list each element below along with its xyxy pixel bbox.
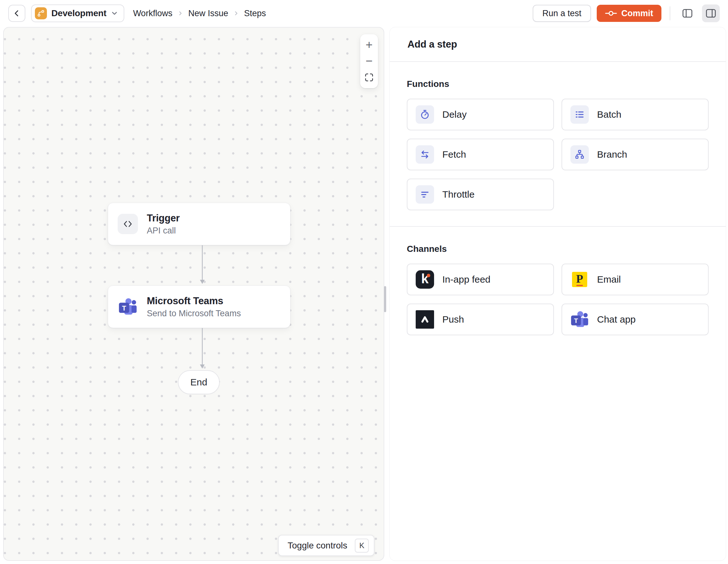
org-chart-icon bbox=[570, 145, 589, 164]
swap-arrows-icon bbox=[416, 145, 434, 164]
back-button[interactable] bbox=[8, 5, 25, 22]
step-card-fetch[interactable]: Fetch bbox=[407, 139, 554, 170]
expo-caret-icon bbox=[416, 310, 434, 329]
edge-arrow bbox=[198, 245, 207, 286]
add-step-panel: Add a step Functions Delay Batch bbox=[389, 27, 726, 561]
code-icon bbox=[118, 214, 138, 234]
left-panel-icon bbox=[681, 7, 694, 20]
node-subtitle: Send to Microsoft Teams bbox=[147, 309, 241, 319]
node-title: Microsoft Teams bbox=[147, 295, 241, 307]
filter-lines-icon bbox=[416, 185, 434, 204]
fit-view-icon bbox=[364, 73, 374, 82]
canvas-zoom-controls: + − bbox=[360, 34, 378, 88]
breadcrumb: Workflows New Issue Steps bbox=[133, 9, 266, 18]
teams-letter: T bbox=[574, 317, 578, 324]
end-node[interactable]: End bbox=[178, 370, 220, 394]
chevron-right-icon bbox=[233, 10, 239, 16]
step-card-email[interactable]: P Email bbox=[562, 263, 709, 295]
environment-label: Development bbox=[51, 8, 107, 18]
toggle-controls-button[interactable]: Toggle controls K bbox=[278, 535, 374, 556]
chevron-right-icon bbox=[178, 10, 183, 16]
chevron-down-icon bbox=[111, 10, 118, 17]
node-subtitle: API call bbox=[147, 226, 180, 236]
panel-resize-handle[interactable] bbox=[384, 286, 386, 312]
breadcrumb-new-issue[interactable]: New Issue bbox=[188, 9, 228, 18]
list-icon bbox=[570, 105, 589, 124]
run-test-button[interactable]: Run a test bbox=[533, 5, 591, 22]
channels-label: Channels bbox=[407, 244, 709, 254]
microsoft-teams-node[interactable]: T Microsoft Teams Send to Microsoft Team… bbox=[108, 286, 290, 328]
panel-title: Add a step bbox=[407, 39, 457, 50]
postmark-icon: P bbox=[570, 270, 589, 289]
keyboard-shortcut-badge: K bbox=[355, 539, 369, 553]
workflow-editor: + − Trigger API call bbox=[0, 27, 728, 564]
step-card-in-app-feed[interactable]: k In-app feed bbox=[407, 263, 554, 295]
panel-header: Add a step bbox=[390, 27, 726, 62]
toggle-right-panel-button[interactable] bbox=[702, 4, 720, 22]
git-commit-icon bbox=[605, 10, 617, 17]
functions-section: Functions Delay Batch bbox=[390, 79, 726, 227]
header-divider bbox=[670, 6, 670, 20]
zoom-in-button[interactable]: + bbox=[361, 37, 377, 53]
edge-arrow bbox=[198, 328, 207, 370]
toggle-controls-label: Toggle controls bbox=[288, 541, 347, 551]
step-card-chat-app[interactable]: T Chat app bbox=[562, 304, 709, 335]
functions-label: Functions bbox=[407, 79, 709, 89]
node-title: Trigger bbox=[147, 212, 180, 224]
step-card-branch[interactable]: Branch bbox=[562, 139, 709, 170]
toggle-left-panel-button[interactable] bbox=[679, 4, 696, 22]
step-card-batch[interactable]: Batch bbox=[562, 99, 709, 130]
commit-label: Commit bbox=[621, 9, 653, 18]
trigger-node[interactable]: Trigger API call bbox=[108, 203, 290, 245]
step-card-delay[interactable]: Delay bbox=[407, 99, 554, 130]
branch-badge-icon bbox=[35, 7, 47, 19]
teams-icon: T bbox=[570, 310, 589, 329]
teams-icon: T bbox=[118, 297, 138, 317]
environment-switcher[interactable]: Development bbox=[31, 4, 124, 22]
right-panel-icon bbox=[705, 7, 717, 20]
fit-view-button[interactable] bbox=[361, 70, 377, 85]
workflow-canvas[interactable]: + − Trigger API call bbox=[3, 27, 384, 561]
chevron-left-icon bbox=[12, 8, 22, 18]
breadcrumb-workflows[interactable]: Workflows bbox=[133, 9, 172, 18]
stopwatch-icon bbox=[416, 105, 434, 124]
section-divider bbox=[390, 226, 726, 227]
top-bar: Development Workflows New Issue Steps Ru… bbox=[0, 0, 728, 27]
step-card-push[interactable]: Push bbox=[407, 304, 554, 335]
teams-letter: T bbox=[122, 305, 126, 312]
commit-button[interactable]: Commit bbox=[597, 5, 662, 22]
step-card-throttle[interactable]: Throttle bbox=[407, 178, 554, 210]
zoom-out-button[interactable]: − bbox=[361, 54, 377, 69]
channels-section: Channels k In-app feed P bbox=[390, 244, 726, 335]
knock-icon: k bbox=[416, 270, 434, 289]
breadcrumb-steps[interactable]: Steps bbox=[244, 9, 266, 18]
